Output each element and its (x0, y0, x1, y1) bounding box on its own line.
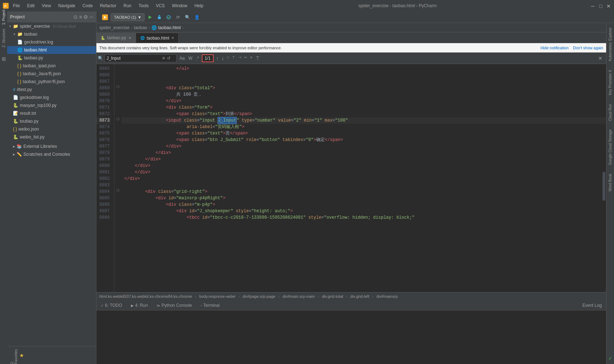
menu-window[interactable]: Window (170, 3, 189, 9)
menu-vcs[interactable]: VCS (154, 3, 166, 9)
tree-item-maoyan[interactable]: 🐍 maoyan_top100.py (7, 101, 96, 109)
code-content[interactable]: </ul> <div class="total"> (122, 64, 606, 292)
bc-body[interactable]: body.response-wider (199, 294, 236, 299)
window-controls[interactable]: ─ □ ✕ (590, 3, 611, 8)
inline-btn-3[interactable]: ⊣ (237, 55, 242, 62)
bc-mainsrp[interactable]: div#mainsrp (376, 294, 397, 299)
hide-panel-icon[interactable]: ─ (90, 14, 93, 20)
tab-run[interactable]: ▶ 4: Run (127, 301, 152, 310)
debug-button[interactable] (155, 13, 163, 21)
tree-item-geckodriver-log[interactable]: 📄 geckodriver.log (7, 38, 96, 46)
breakpoint-8868[interactable] (117, 85, 119, 88)
breadcrumb-part-1[interactable]: spider_exercise (99, 25, 129, 30)
tab-python-console[interactable]: ≫ Python Console (152, 301, 196, 310)
search-input[interactable] (106, 56, 160, 61)
tree-item-taobao-ipad-json[interactable]: { } taobao_ipad.json (7, 62, 96, 70)
project-panel-toggle[interactable]: 1: Project (1, 14, 6, 20)
project-header-icons[interactable]: ⊙ ≡ ⚙ ─ (73, 14, 93, 20)
tree-item-taobao-java-json[interactable]: { } taobao_Java书.json (7, 70, 96, 78)
breakpoint-8884[interactable] (117, 189, 119, 192)
menu-edit[interactable]: Edit (26, 3, 36, 9)
maximize-button[interactable]: □ (598, 3, 603, 8)
run-toolbar: TAOBAO (1) ▼ (99, 13, 204, 21)
account-button[interactable]: 👤 (193, 13, 201, 21)
favorites-label[interactable]: 2: Favorites (10, 346, 18, 364)
inline-btn-1[interactable]: □ (226, 55, 230, 62)
expand-all-icon[interactable]: ≡ (79, 14, 82, 20)
minimize-button[interactable]: ─ (590, 3, 595, 8)
code-editor[interactable]: 8865 8866 8867 8868 8869 8870 8871 8872 … (96, 64, 606, 292)
bc-page[interactable]: div#page.srp-page (243, 294, 276, 299)
tree-item-weibo-json[interactable]: { } weibo.json (7, 125, 96, 133)
search-close-btn[interactable]: ✕ (596, 55, 605, 62)
next-match-btn[interactable]: ↓ (220, 55, 225, 62)
search-case-btn[interactable]: Aa (178, 55, 186, 62)
bc-left[interactable]: div.grid-left (350, 294, 369, 299)
tab-taobao-html-close[interactable]: ✕ (171, 36, 174, 40)
run-button[interactable] (146, 13, 154, 21)
menu-code[interactable]: Code (81, 3, 94, 9)
menu-file[interactable]: File (12, 3, 21, 9)
tab-taobao-html[interactable]: 🌐 taobao.html ✕ (136, 33, 179, 43)
menu-navigate[interactable]: Navigate (57, 3, 77, 9)
tree-item-result-txt[interactable]: 📝 result.txt (7, 109, 96, 117)
search-button[interactable]: 🔍 (183, 13, 191, 21)
menu-bar[interactable]: File Edit View Navigate Code Refactor Ru… (12, 3, 205, 9)
breakpoint-8873[interactable] (117, 118, 119, 120)
right-tab-gcs[interactable]: Google Cloud Storage (607, 128, 614, 167)
sync-button[interactable]: ⟳ (174, 13, 182, 21)
tree-item-geckodriver-log-root[interactable]: 📄 geckodriver.log (7, 94, 96, 101)
tab-taobao-py[interactable]: 🐍 taobao.py ✕ (96, 33, 136, 43)
tree-item-test-py[interactable]: # #test.py (7, 86, 96, 94)
dont-show-link[interactable]: Don't show again (573, 46, 603, 50)
tree-item-weibo-list[interactable]: 🐍 weibo_list.py (7, 133, 96, 141)
tree-item-scratches[interactable]: ▶ ✏️ Scratches and Consoles (7, 150, 96, 158)
notification-links[interactable]: Hide notification Don't show again (541, 46, 603, 50)
right-tab-word-book[interactable]: Word Book (607, 172, 614, 193)
bc-main[interactable]: div#main.srp-main (282, 294, 315, 299)
bc-html[interactable]: html.ks-webkit537.ks-webkit.ks-chrome84.… (99, 294, 192, 299)
tab-terminal[interactable]: ▫ Terminal (196, 301, 224, 310)
close-button[interactable]: ✕ (606, 3, 611, 8)
tree-item-taobao-python-json[interactable]: { } taobao_python书.json (7, 78, 96, 86)
bc-total[interactable]: div.grid-total (322, 294, 343, 299)
filter-btn[interactable]: ⊤ (254, 55, 261, 62)
breadcrumb-part-3[interactable]: taobao.html (158, 25, 181, 30)
tab-taobao-py-close[interactable]: ✕ (128, 36, 131, 40)
search-options[interactable]: Aa W .* (178, 55, 200, 62)
search-nav[interactable]: ↑ ↓ □ ⊤ ⊣ ⊢ ≡ ⊤ (215, 55, 261, 62)
tree-item-taobao-html[interactable]: 🌐 taobao.html (7, 46, 96, 54)
code-line-8869: 共 100 页， (122, 91, 606, 98)
search-word-btn[interactable]: W (187, 55, 194, 62)
menu-view[interactable]: View (40, 3, 53, 9)
tree-item-external-libs[interactable]: ▶ 📚 External Libraries (7, 142, 96, 150)
tree-root[interactable]: ▼ 📁 spider_exercise D:\Visual Stud (7, 22, 96, 30)
inline-btn-2[interactable]: ⊤ (231, 55, 236, 62)
search-clear-icon[interactable]: ✕ (162, 56, 165, 61)
search-regex-btn[interactable]: .* (195, 55, 200, 62)
tab-event-log[interactable]: Event Log (578, 301, 606, 310)
menu-help[interactable]: Help (193, 3, 205, 9)
tree-item-taobao-py[interactable]: 🐍 taobao.py (7, 54, 96, 62)
prev-match-btn[interactable]: ↑ (215, 55, 220, 62)
breadcrumb-part-2[interactable]: taobao (134, 25, 147, 30)
structure-panel-toggle[interactable]: Z: Structure (1, 35, 6, 41)
right-tab-key-promoter[interactable]: Key Promoter X (607, 68, 614, 97)
extra-panel-1[interactable]: ⊞ (1, 56, 6, 62)
tab-todo[interactable]: ✓ 6: TODO (96, 301, 127, 310)
menu-run[interactable]: Run (122, 3, 133, 9)
locate-icon[interactable]: ⊙ (73, 14, 78, 20)
tree-item-toutiao[interactable]: 🐍 toutiao.py (7, 117, 96, 125)
inline-btn-5[interactable]: ≡ (249, 55, 254, 62)
hide-notification-link[interactable]: Hide notification (541, 46, 569, 50)
search-history-icon[interactable]: ↺ (167, 56, 170, 61)
gear-icon[interactable]: ⚙ (83, 14, 88, 20)
menu-refactor[interactable]: Refactor (99, 3, 118, 9)
right-tab-kubernetes[interactable]: Kubernetes: Explorer (607, 26, 614, 63)
inline-btn-4[interactable]: ⊢ (243, 55, 249, 62)
coverage-button[interactable] (165, 13, 173, 21)
tree-item-taobao-folder[interactable]: ▼ 📁 taobao (7, 30, 96, 38)
run-config-selector[interactable]: TAOBAO (1) ▼ (111, 13, 145, 21)
right-tab-cloud-run[interactable]: Cloud Run (607, 103, 614, 122)
menu-tools[interactable]: Tools (137, 3, 150, 9)
